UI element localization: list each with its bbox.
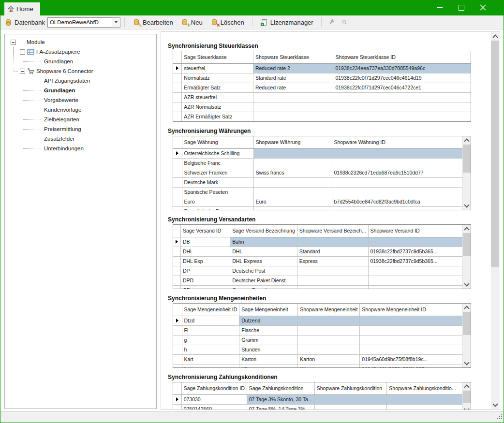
scroll-up-icon[interactable] xyxy=(463,382,471,391)
grid-cell[interactable]: 01945a60fd8070a50f0b807... xyxy=(360,364,470,368)
row-selector[interactable] xyxy=(173,325,182,335)
grid-cell[interactable]: 07 Tage 3% Skonto, 30 Ta... xyxy=(247,394,314,404)
grid-cell[interactable] xyxy=(253,158,332,168)
grid-cell[interactable] xyxy=(253,92,333,102)
grid-cell[interactable] xyxy=(368,276,471,285)
tree-item-grundlagen[interactable]: Grundlagen xyxy=(5,57,156,66)
column-header-shopware-zahlungskondition[interactable]: Shopware Zahlungskondition xyxy=(314,382,387,394)
row-selector[interactable] xyxy=(173,285,180,289)
table-row[interactable]: DPDDeutscher Paket Dienst xyxy=(173,276,471,285)
tree-item-zielbelegarten[interactable]: Zielbelegarten xyxy=(5,115,156,124)
grid-cell[interactable]: AZR Ermäßigter Satz xyxy=(182,112,253,121)
grid-cell[interactable] xyxy=(368,285,471,289)
grid-cell[interactable] xyxy=(387,394,471,404)
row-selector[interactable] xyxy=(173,112,182,121)
tree-item-shopware-6-connector[interactable]: Shopware 6 Connector xyxy=(5,66,156,76)
table-row[interactable]: Französische Franc xyxy=(173,206,464,210)
lizenzmanager-button[interactable]: Lizenzmanager xyxy=(257,17,316,28)
grid-cell[interactable]: Euro xyxy=(182,197,253,206)
row-selector[interactable] xyxy=(173,354,182,364)
column-header-shopware-mengeneinheit-id[interactable]: Shopware Mengeneinheit ID xyxy=(360,304,470,316)
column-header-sage-steuerklasse[interactable]: Sage Steuerklasse xyxy=(182,51,253,63)
tree-item-unterbindungen[interactable]: Unterbindungen xyxy=(5,144,156,153)
table-row[interactable]: AZR steuerfrei xyxy=(173,92,471,102)
table-scrollbar[interactable] xyxy=(462,136,471,210)
table-scrollbar[interactable] xyxy=(462,304,471,367)
scrollbar-thumb[interactable] xyxy=(463,312,471,335)
grid-cell[interactable] xyxy=(314,394,387,404)
grid-cell[interactable]: GP xyxy=(180,285,230,289)
table-row[interactable]: kgKilogrammKilogramm01945a60fd8070a50f0b… xyxy=(173,364,470,368)
column-header-sage-mengeneinheit-id[interactable]: Sage Mengeneinheit ID xyxy=(182,304,239,316)
column-header-shopware-zahlungskonditio[interactable]: Shopware Zahlungskonditio... xyxy=(387,382,471,394)
grid-cell[interactable] xyxy=(253,102,333,112)
row-selector[interactable] xyxy=(173,187,182,197)
grid-cell[interactable]: 01938c2326cd71eda687ea9c1510dd77 xyxy=(332,168,464,177)
table-row[interactable]: AZR Ermäßigter Satz xyxy=(173,112,471,121)
grid-cell[interactable]: Express xyxy=(297,256,368,266)
table-row[interactable]: KartKartonKarton01945a60d9bc75f08f8b19c.… xyxy=(173,354,470,364)
tab-home[interactable]: Home xyxy=(4,2,40,15)
search-button[interactable] xyxy=(339,17,350,28)
column-header-sage-w-hrung[interactable]: Sage Währung xyxy=(182,136,253,148)
grid-cell[interactable]: 01938c22fbd2737c9d5b365... xyxy=(368,256,471,266)
scroll-up-icon[interactable] xyxy=(491,32,499,41)
table-row[interactable]: DPDeutsche Post xyxy=(173,266,471,276)
grid-cell[interactable]: DHL xyxy=(230,247,297,256)
tree-item-grundlagen[interactable]: Grundlagen xyxy=(5,86,156,95)
grid-cell[interactable] xyxy=(333,92,471,102)
grid-cell[interactable] xyxy=(332,187,464,197)
table-row[interactable]: DtzdDutzend xyxy=(173,316,470,325)
table-row[interactable]: 07303007 Tage 3% Skonto, 30 Ta... xyxy=(173,394,471,404)
row-selector[interactable] xyxy=(173,73,182,83)
row-selector[interactable] xyxy=(173,266,180,276)
scroll-up-icon[interactable] xyxy=(463,136,471,145)
grid-cell[interactable] xyxy=(314,404,387,409)
grid-cell[interactable]: 07 Tage 5%, 14 Tage 3%, ... xyxy=(247,404,314,409)
resize-grip[interactable] xyxy=(497,412,502,421)
grid-cell[interactable] xyxy=(332,206,464,210)
grid-cell[interactable] xyxy=(360,325,470,335)
row-selector[interactable] xyxy=(173,92,182,102)
grid-cell[interactable]: Swiss francs xyxy=(253,168,332,177)
column-header-shopware-versand-bezeich[interactable]: Shopware Versand Bezeich... xyxy=(297,225,368,237)
tree-item-fa-zusatzpapiere[interactable]: FA-Zusatzpapiere xyxy=(5,47,156,57)
table-scrollbar[interactable] xyxy=(462,382,471,409)
table-row[interactable]: DBBahn xyxy=(173,237,471,247)
loeschen-button[interactable]: × Löschen xyxy=(208,17,247,28)
scrollbar-thumb[interactable] xyxy=(463,391,471,403)
table-row[interactable]: FlFlasche xyxy=(173,325,470,335)
grid-cell[interactable] xyxy=(332,177,464,187)
grid-cell[interactable]: Euro xyxy=(253,197,332,206)
table-row[interactable]: DHL ExpDHL ExpressExpress01938c22fbd2737… xyxy=(173,256,471,266)
row-selector[interactable] xyxy=(173,206,182,210)
maximize-button[interactable] xyxy=(450,0,472,15)
grid-cell[interactable]: DB xyxy=(180,237,230,247)
grid-cell[interactable]: Standard rate xyxy=(253,73,333,83)
table-row[interactable]: NormalsatzStandard rate01938c22fc0f71d29… xyxy=(173,73,471,83)
table-row[interactable]: DHLDHLStandard01938c22fbd2737c9d5b365... xyxy=(173,247,471,256)
scroll-down-icon[interactable] xyxy=(463,280,471,289)
grid-cell[interactable]: Belgische Franc xyxy=(182,158,253,168)
scroll-down-icon[interactable] xyxy=(463,406,471,409)
row-selector[interactable] xyxy=(173,404,181,409)
row-selector[interactable] xyxy=(173,276,180,285)
column-header-shopware-steuerklasse[interactable]: Shopware Steuerklasse xyxy=(253,51,333,63)
grid-cell[interactable]: steuerfrei xyxy=(182,63,253,73)
column-header-shopware-steuerklasse-id[interactable]: Shopware Steuerklasse ID xyxy=(333,51,471,63)
grid-cell[interactable] xyxy=(253,148,332,158)
grid-cell[interactable]: Deutscher Paket Dienst xyxy=(230,276,297,285)
column-header-sage-zahlungskondition[interactable]: Sage Zahlungskondition xyxy=(247,382,314,394)
grid-cell[interactable]: 01938c22fbd2737c9d5b365... xyxy=(368,247,471,256)
tree-item-preisermittlung[interactable]: Preisermittlung xyxy=(5,124,156,134)
column-header-sage-versand-id[interactable]: Sage Versand ID xyxy=(180,225,230,237)
grid-cell[interactable]: Fl xyxy=(182,325,239,335)
grid-cell[interactable] xyxy=(253,187,332,197)
scroll-up-icon[interactable] xyxy=(463,225,471,233)
scroll-up-icon[interactable] xyxy=(463,304,471,312)
grid-cell[interactable] xyxy=(253,112,333,121)
row-selector[interactable] xyxy=(173,316,182,325)
grid-cell[interactable]: 0750142560 xyxy=(181,404,247,409)
bearbeiten-button[interactable]: ✎ Bearbeiten xyxy=(130,17,176,28)
table-row[interactable]: Belgische Franc xyxy=(173,158,464,168)
